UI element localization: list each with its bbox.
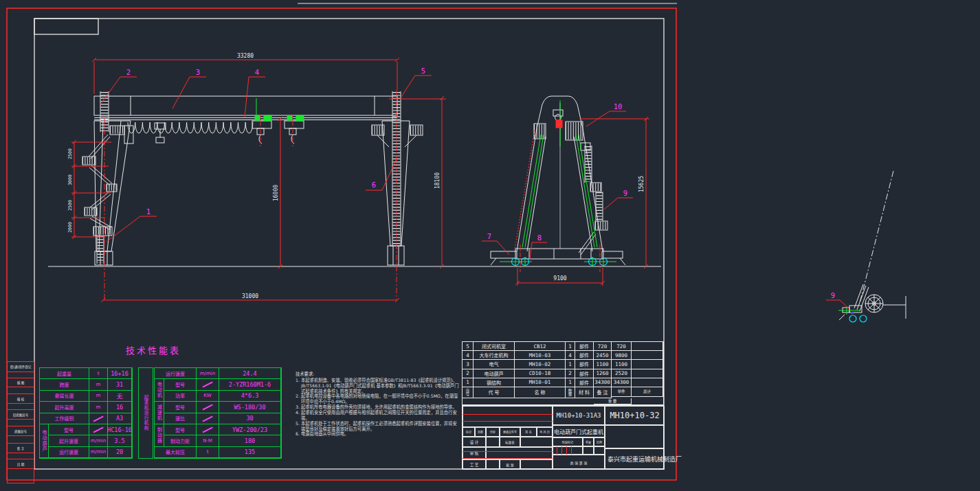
part-name: 钢结构: [474, 378, 515, 387]
part-no: 5: [463, 342, 474, 351]
part-total-weight: 9800: [612, 351, 632, 360]
weight-label: 重量: [583, 437, 594, 446]
part-total-weight: 34300: [612, 378, 632, 387]
slash-mark: [203, 415, 213, 422]
stage-tick: [571, 446, 572, 455]
perf-label: 型号: [164, 379, 197, 390]
red-line: [463, 458, 553, 459]
rev-header-mark: 标记: [463, 427, 475, 437]
perf-label: 最大轮压: [155, 447, 197, 458]
dim-top-span: 33280: [237, 53, 254, 59]
perf-label: 型号: [164, 402, 197, 413]
perf-value: 31: [108, 379, 132, 390]
note-item: 3. 起重机所有电器设备的外壳均须接地，允许用起重机的金属结构作为接地的导体。: [296, 404, 460, 410]
part-code: MH10-02: [515, 360, 566, 369]
performance-table-mid-group: 起重机运行机构: [138, 367, 153, 459]
perf-unit: KW: [197, 391, 219, 402]
perf-label: 型号: [164, 424, 197, 435]
part-qty: 1: [566, 378, 575, 387]
balloon-3: 3: [196, 68, 200, 76]
festoon-cable: [128, 122, 253, 133]
balloon-6: 6: [372, 181, 376, 189]
perf-value: 16+16: [108, 368, 132, 379]
stage-tick: [566, 446, 567, 455]
perf-slash-cell: [197, 379, 219, 390]
margin-label: 借(通)用件登记: [7, 361, 34, 372]
weight-cell: [583, 446, 594, 455]
perf-value: WS-180/30: [219, 402, 281, 413]
header-name: 名 称: [515, 387, 566, 398]
part-code: MH10-01: [515, 378, 566, 387]
design-label: 设 计: [463, 437, 486, 447]
scale-label: 比例: [594, 437, 605, 446]
corner-box: [34, 19, 98, 34]
part-qty: 4: [566, 351, 575, 360]
part-note: [632, 351, 663, 360]
part-note: [632, 342, 663, 351]
dimension-texts: 33280 31000 16000 18100 15625 9100 2500 …: [67, 53, 645, 299]
margin-label: 底图总号: [7, 426, 34, 436]
perf-unit: m/min: [197, 368, 219, 379]
part-unit-weight: 1260: [594, 369, 612, 378]
perf-value: YWZ-200/23: [219, 424, 281, 435]
part-note: [632, 360, 663, 369]
blank-cell: [605, 425, 665, 448]
slash-mark: [203, 404, 213, 411]
performance-table-left: 起重量t16+16 跨度m31 悬臂长度m无 起升高度m16 工作级别A3 电动…: [39, 367, 133, 459]
product-name: 电动葫芦门式起重机: [553, 425, 605, 437]
part-material: 部件: [575, 342, 594, 351]
dim-chain-2: 3000: [67, 174, 73, 185]
perf-value: 无: [108, 391, 132, 402]
part-unit-weight: 1100: [594, 360, 612, 369]
performance-table: 起重量t16+16 跨度m31 悬臂长度m无 起升高度m16 工作级别A3 电动…: [39, 367, 282, 459]
part-material: 部件: [575, 351, 594, 360]
performance-table-title: 技术性能表: [126, 343, 181, 356]
dim-bottom-span: 31000: [242, 293, 258, 299]
drawing-number-a: MH10+10-31A3: [553, 406, 605, 425]
header-unit-weight: 单件: [612, 387, 632, 397]
part-name: 大车行走机构: [474, 351, 515, 360]
technical-notes: 技术要求: 1. 本起重机制造、安装、验收必须符合国家标准GB/T3811-83…: [296, 372, 460, 437]
part-total-weight: 2520: [612, 369, 632, 378]
part-total-weight: 1100: [612, 360, 632, 369]
perf-slash-cell: [197, 402, 219, 413]
red-line: [463, 451, 553, 452]
perf-unit: t: [197, 447, 219, 458]
header-material: 材 料: [575, 387, 594, 398]
dim-side-height: 15625: [638, 176, 645, 192]
front-view-linework: [82, 91, 423, 265]
red-line: [463, 414, 553, 415]
balloon-9: 9: [623, 189, 627, 197]
balloon-10: 10: [614, 102, 623, 111]
blank-cell: [486, 459, 500, 470]
note-item: 2. 起重机电控设备中各电路的对地绝缘电阻，在一般环境中应不小于0.5MΩ，在潮…: [296, 393, 460, 404]
part-note: [632, 369, 663, 378]
part-no: 3: [463, 360, 474, 369]
part-name: 闭式司机室: [474, 342, 515, 351]
perf-label: 制动力矩: [164, 435, 197, 446]
perf-label: 运行速度: [155, 368, 197, 379]
perf-slash-cell: [197, 424, 219, 435]
mid-group-label: 起重机运行机构: [142, 395, 149, 431]
margin-label: 描 校: [7, 393, 34, 404]
perf-unit: N·M: [197, 435, 219, 446]
front-view-dimensions: [71, 58, 446, 302]
performance-table-right: 运行速度m/min24.4 电动机 型号2-YZR160M1-6 功率KW4*6…: [154, 367, 282, 459]
part-no: 1: [463, 378, 474, 387]
perf-value: 3.5: [108, 435, 132, 446]
note-item: 4. 起重机安全尺使用由用户根据与相邻起重机之间限位开关的位置而定，并且自行安装…: [296, 410, 460, 421]
slash-mark: [93, 426, 104, 433]
perf-label: 型号: [49, 424, 89, 435]
perf-label: 起升速度: [49, 435, 89, 446]
perf-group-hoist: 电动葫芦: [40, 424, 49, 458]
dim-inner-height: 16000: [273, 185, 279, 201]
perf-unit: m: [89, 379, 108, 390]
balloon-numbers: 1 2 3 4 5 6 7 8 9 10 9: [126, 67, 835, 299]
revision-area: [463, 406, 553, 427]
rev-header-date: 年.月.日: [537, 427, 553, 437]
header-total-weight: 总计: [632, 387, 663, 397]
process-label: 工 艺: [463, 459, 486, 470]
parts-list: 5闭式司机室CB121部件720720 4大车行走机构MH10-034部件245…: [462, 341, 664, 405]
perf-value: 16: [108, 402, 132, 413]
part-no: 2: [463, 369, 474, 378]
